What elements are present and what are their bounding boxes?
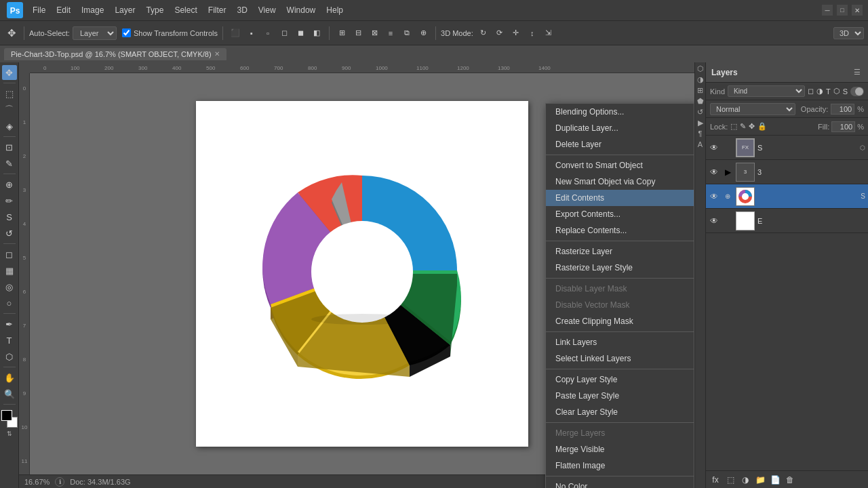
delete-layer-btn[interactable]: 🗑 bbox=[783, 473, 797, 487]
brush-tool[interactable]: ✏ bbox=[2, 193, 17, 208]
history-tool[interactable]: ↺ bbox=[2, 226, 17, 241]
char-icon[interactable]: A bbox=[696, 140, 705, 149]
show-transform-checkbox[interactable] bbox=[122, 28, 131, 37]
ctx-disable-vector-mask[interactable]: Disable Vector Mask bbox=[546, 297, 694, 313]
align-top-icon[interactable]: ◻ bbox=[277, 26, 292, 41]
filter-shape-icon[interactable]: ⬡ bbox=[833, 87, 840, 96]
lock-position-icon[interactable]: ✥ bbox=[749, 122, 755, 131]
shape-tool[interactable]: ⬡ bbox=[2, 349, 17, 364]
3d-scale-icon[interactable]: ⇲ bbox=[541, 26, 556, 41]
filter-type-icon[interactable]: T bbox=[826, 87, 831, 96]
foreground-color[interactable] bbox=[1, 410, 12, 421]
ctx-select-linked[interactable]: Select Linked Layers bbox=[546, 350, 694, 367]
layer-4-visibility[interactable]: 👁 bbox=[709, 216, 719, 226]
3d-orbit-icon[interactable]: ↻ bbox=[476, 26, 491, 41]
add-mask-btn[interactable]: ⬚ bbox=[724, 473, 737, 487]
opacity-input[interactable] bbox=[831, 104, 854, 115]
ctx-export-contents[interactable]: Export Contents... bbox=[546, 206, 694, 222]
menu-type[interactable]: Type bbox=[140, 3, 169, 18]
new-fill-adj-btn[interactable]: ◑ bbox=[738, 473, 752, 487]
3d-roll-icon[interactable]: ⟳ bbox=[492, 26, 507, 41]
ctx-merge-visible[interactable]: Merge Visible bbox=[546, 441, 694, 458]
layer-item-3[interactable]: 👁 ⊕ S bbox=[706, 184, 868, 209]
menu-layer[interactable]: Layer bbox=[109, 3, 140, 18]
3d-mode-select[interactable]: 3D bbox=[833, 27, 864, 39]
paragraph-icon[interactable]: ¶ bbox=[696, 129, 705, 138]
layer-item-2[interactable]: 👁 ▶ 3 3 bbox=[706, 160, 868, 184]
quick-select-tool[interactable]: ◈ bbox=[2, 119, 17, 134]
auto-select-dropdown[interactable]: Layer Group bbox=[73, 26, 117, 40]
menu-filter[interactable]: Filter bbox=[203, 3, 232, 18]
hand-tool[interactable]: ✋ bbox=[2, 370, 17, 385]
dist-more-icon[interactable]: ≡ bbox=[383, 26, 398, 41]
ctx-paste-layer-style[interactable]: Paste Layer Style bbox=[546, 388, 694, 404]
move-tool[interactable]: ✥ bbox=[2, 65, 17, 80]
channels-icon[interactable]: ⊞ bbox=[696, 85, 705, 95]
ctx-duplicate-layer[interactable]: Duplicate Layer... bbox=[546, 120, 694, 136]
dist-v-icon[interactable]: ⊟ bbox=[351, 26, 366, 41]
add-style-btn[interactable]: fx bbox=[709, 473, 722, 487]
document-tab[interactable]: Pie-Chart-3D-Top.psd @ 16.7% (SMART OBJE… bbox=[4, 48, 226, 60]
layer-3-visibility[interactable]: 👁 bbox=[709, 191, 719, 202]
menu-window[interactable]: Window bbox=[281, 3, 321, 18]
filter-pixel-icon[interactable]: ◻ bbox=[808, 87, 814, 96]
maximize-button[interactable]: □ bbox=[837, 5, 848, 16]
dodge-tool[interactable]: ○ bbox=[2, 296, 17, 310]
crop-tool[interactable]: ⊡ bbox=[2, 140, 17, 155]
text-tool[interactable]: T bbox=[2, 333, 17, 348]
ctx-edit-contents[interactable]: Edit Contents bbox=[546, 190, 694, 206]
menu-edit[interactable]: Edit bbox=[51, 3, 76, 18]
3d-pan-icon[interactable]: ✛ bbox=[509, 26, 524, 41]
ctx-rasterize-layer[interactable]: Rasterize Layer bbox=[546, 243, 694, 260]
ctx-replace-contents[interactable]: Replace Contents... bbox=[546, 222, 694, 239]
new-layer-btn[interactable]: 📄 bbox=[768, 473, 782, 487]
ctx-link-layers[interactable]: Link Layers bbox=[546, 334, 694, 350]
menu-3d[interactable]: 3D bbox=[231, 3, 252, 18]
healing-tool[interactable]: ⊕ bbox=[2, 177, 17, 192]
puppet-icon[interactable]: ⊕ bbox=[416, 26, 431, 41]
align-middle-icon[interactable]: ◼ bbox=[293, 26, 308, 41]
ctx-clear-layer-style[interactable]: Clear Layer Style bbox=[546, 404, 694, 420]
align-right-icon[interactable]: ▫ bbox=[260, 26, 275, 41]
ctx-no-color[interactable]: No Color bbox=[546, 479, 694, 488]
ctx-blending-options[interactable]: Blending Options... bbox=[546, 104, 694, 120]
layer-item-1[interactable]: 👁 FX S ⬡ bbox=[706, 136, 868, 160]
move-tool-icon[interactable]: ✥ bbox=[4, 26, 19, 41]
menu-image[interactable]: Image bbox=[76, 3, 109, 18]
transform-icon[interactable]: ⧉ bbox=[399, 26, 414, 41]
zoom-tool[interactable]: 🔍 bbox=[2, 386, 17, 401]
close-button[interactable]: ✕ bbox=[852, 5, 863, 16]
tab-close-icon[interactable]: ✕ bbox=[214, 50, 220, 58]
ctx-merge-layers[interactable]: Merge Layers bbox=[546, 425, 694, 441]
filter-adj-icon[interactable]: ◑ bbox=[816, 87, 823, 96]
menu-view[interactable]: View bbox=[253, 3, 281, 18]
ctx-disable-layer-mask[interactable]: Disable Layer Mask bbox=[546, 281, 694, 297]
ctx-flatten-image[interactable]: Flatten Image bbox=[546, 458, 694, 474]
swap-colors-icon[interactable]: ⇅ bbox=[7, 430, 12, 437]
eyedropper-tool[interactable]: ✎ bbox=[2, 156, 17, 171]
minimize-button[interactable]: ─ bbox=[822, 5, 833, 16]
ctx-copy-layer-style[interactable]: Copy Layer Style bbox=[546, 371, 694, 388]
new-group-btn[interactable]: 📁 bbox=[753, 473, 767, 487]
pen-tool[interactable]: ✒ bbox=[2, 317, 17, 331]
lock-pixels-icon[interactable]: ✎ bbox=[740, 122, 746, 131]
3d-panel-icon[interactable]: ⬡ bbox=[696, 64, 705, 73]
marquee-tool[interactable]: ⬚ bbox=[2, 86, 17, 101]
lock-transparent-icon[interactable]: ⬚ bbox=[730, 122, 737, 131]
layer-1-visibility[interactable]: 👁 bbox=[709, 142, 719, 153]
layer-item-4[interactable]: 👁 E bbox=[706, 209, 868, 233]
dist-h-icon[interactable]: ⊞ bbox=[334, 26, 349, 41]
paths-icon[interactable]: ⬟ bbox=[696, 96, 705, 106]
lasso-tool[interactable]: ⌒ bbox=[2, 102, 17, 117]
adjustments-icon[interactable]: ◑ bbox=[696, 75, 705, 84]
align-left-icon[interactable]: ⬛ bbox=[228, 26, 243, 41]
layer-2-visibility[interactable]: 👁 bbox=[709, 167, 719, 178]
filter-toggle[interactable] bbox=[850, 87, 864, 96]
ctx-create-clipping-mask[interactable]: Create Clipping Mask bbox=[546, 313, 694, 329]
blur-tool[interactable]: ◎ bbox=[2, 279, 17, 294]
ctx-rasterize-style[interactable]: Rasterize Layer Style bbox=[546, 260, 694, 276]
lock-all-icon[interactable]: 🔒 bbox=[757, 122, 767, 131]
ctx-new-smart[interactable]: New Smart Object via Copy bbox=[546, 174, 694, 190]
filter-smart-icon[interactable]: S bbox=[843, 87, 848, 96]
history-panel-icon[interactable]: ↺ bbox=[696, 107, 705, 117]
